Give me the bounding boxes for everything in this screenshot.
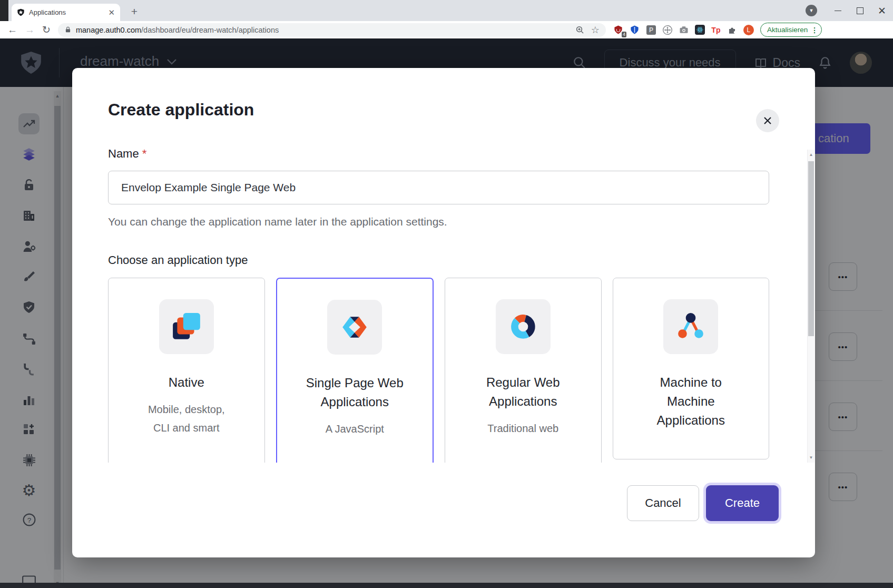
- modal-scrollbar-thumb[interactable]: [808, 161, 814, 336]
- application-type-cards: Native Mobile, desktop, CLI and smart Si…: [108, 278, 769, 463]
- card-description: Traditional web: [477, 419, 570, 438]
- ublock-badge: 4: [622, 32, 626, 37]
- browser-tab-applications[interactable]: Applications ✕: [12, 4, 120, 21]
- forward-icon[interactable]: →: [25, 24, 35, 36]
- application-type-label: Choose an application type: [108, 253, 248, 267]
- application-name-input[interactable]: [108, 171, 769, 204]
- tab-title: Applications: [29, 8, 108, 16]
- move-tool-icon[interactable]: [662, 25, 673, 35]
- url-domain: manage.auth0.com: [76, 26, 141, 34]
- window-corner: [0, 0, 8, 21]
- browser-toolbar: ← → ↻ manage.auth0.com/dashboard/eu/drea…: [0, 21, 893, 39]
- p-extension-icon[interactable]: P: [646, 25, 656, 35]
- regular-web-donut-icon: [508, 311, 538, 342]
- update-button[interactable]: Aktualisieren ⋮: [760, 23, 822, 37]
- modal-scroll-down-icon[interactable]: ▼: [808, 455, 815, 460]
- ublock-shield-icon[interactable]: 4: [613, 25, 624, 35]
- new-tab-button[interactable]: +: [127, 4, 142, 19]
- card-single-page-web[interactable]: Single Page Web Applications A JavaScrip…: [276, 278, 434, 463]
- back-icon[interactable]: ←: [7, 24, 17, 36]
- url-path: /dashboard/eu/dream-watch/applications: [141, 26, 279, 34]
- page-bottom-edge: [0, 583, 893, 588]
- create-application-modal: Create application Name* You can change …: [72, 68, 815, 557]
- tab-close-icon[interactable]: ✕: [108, 8, 115, 16]
- cancel-button[interactable]: Cancel: [627, 485, 699, 521]
- reload-icon[interactable]: ↻: [42, 24, 51, 36]
- auth0-dashboard-page: dream-watch Discuss your needs Docs: [0, 38, 893, 588]
- update-button-label: Aktualisieren: [767, 26, 808, 34]
- browser-update-icon[interactable]: ▼: [806, 5, 817, 16]
- create-button[interactable]: Create: [706, 485, 779, 521]
- native-stack-icon: [171, 311, 202, 342]
- close-icon: [763, 116, 772, 125]
- profile-avatar-icon[interactable]: L: [743, 25, 754, 35]
- name-help-text: You can change the application name late…: [108, 215, 447, 228]
- url-bar[interactable]: manage.auth0.com/dashboard/eu/dream-watc…: [58, 23, 606, 37]
- required-mark: *: [142, 147, 147, 160]
- card-regular-web[interactable]: Regular Web Applications Traditional web: [445, 278, 602, 463]
- modal-close-button[interactable]: [756, 109, 779, 132]
- react-devtools-icon[interactable]: [695, 25, 705, 35]
- maximize-button[interactable]: [849, 0, 871, 21]
- browser-window: Applications ✕ + ▼ ✕ ← → ↻ manage.auth0.…: [0, 0, 893, 588]
- puzzle-extensions-icon[interactable]: [727, 25, 738, 35]
- lock-icon: [64, 26, 72, 34]
- auth0-favicon-icon: [17, 8, 25, 16]
- modal-scrollbar[interactable]: ▲ ▼: [807, 150, 815, 463]
- regular-web-icon-tile: [496, 299, 551, 354]
- name-label: Name*: [108, 147, 146, 161]
- card-title: Regular Web Applications: [467, 373, 579, 411]
- zoom-in-icon[interactable]: [575, 25, 585, 35]
- screenshot-camera-icon[interactable]: [679, 25, 689, 35]
- card-title: Machine to Machine Applications: [635, 373, 747, 430]
- card-native[interactable]: Native Mobile, desktop, CLI and smart: [108, 278, 265, 463]
- m2m-molecule-icon: [675, 311, 706, 342]
- modal-title: Create application: [108, 100, 254, 120]
- spa-icon-tile: [327, 300, 382, 355]
- card-machine-to-machine[interactable]: Machine to Machine Applications: [613, 278, 770, 459]
- browser-menu-icon[interactable]: ⋮: [811, 26, 818, 34]
- card-title: Native: [131, 373, 242, 392]
- modal-scroll-up-icon[interactable]: ▲: [808, 152, 815, 157]
- bitwarden-shield-icon[interactable]: [630, 25, 640, 35]
- spa-diamond-icon: [339, 312, 370, 342]
- minimize-button[interactable]: [827, 0, 849, 21]
- close-window-button[interactable]: ✕: [871, 0, 893, 21]
- bookmark-star-icon[interactable]: ☆: [591, 24, 600, 36]
- m2m-icon-tile: [663, 299, 718, 354]
- url-text: manage.auth0.com/dashboard/eu/dream-watc…: [76, 26, 575, 34]
- card-description: A JavaScript: [308, 420, 401, 438]
- card-description: Mobile, desktop, CLI and smart: [140, 400, 233, 437]
- card-title: Single Page Web Applications: [299, 374, 410, 411]
- tampermonkey-icon[interactable]: Tp: [711, 25, 721, 35]
- browser-titlebar: Applications ✕ + ▼ ✕: [0, 0, 893, 21]
- native-icon-tile: [159, 299, 214, 354]
